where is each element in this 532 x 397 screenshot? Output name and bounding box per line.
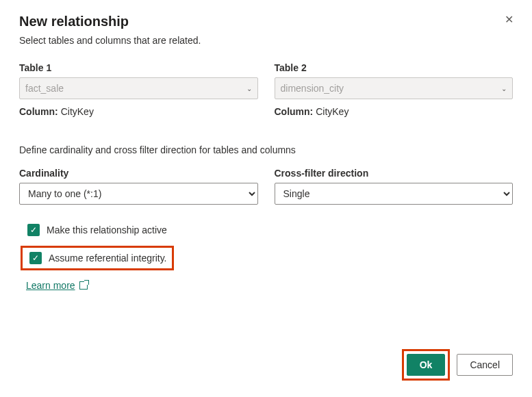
table2-dropdown[interactable]: dimension_city ⌄ [275,77,514,99]
chevron-down-icon: ⌄ [501,85,507,92]
active-checkbox-label: Make this relationship active [47,225,167,235]
table1-dropdown[interactable]: fact_sale ⌄ [19,77,258,99]
tables-row: Table 1 fact_sale ⌄ Column: CityKey Tabl… [19,62,513,117]
active-checkbox-row[interactable]: ✓ Make this relationship active [27,224,513,236]
crossfilter-label: Cross-filter direction [275,168,514,179]
new-relationship-dialog: ✕ New relationship Select tables and col… [0,0,532,397]
referential-integrity-highlight: ✓ Assume referential integrity. [21,246,174,270]
cardinality-row: Cardinality Many to one (*:1) Cross-filt… [19,168,513,205]
table1-column-label: Column: [19,106,58,117]
cardinality-select[interactable]: Many to one (*:1) [19,183,258,205]
cancel-button[interactable]: Cancel [457,354,513,376]
table1-column: Table 1 fact_sale ⌄ Column: CityKey [19,62,258,117]
ok-button[interactable]: Ok [407,354,446,376]
table2-column-value: CityKey [316,106,349,117]
checkbox-checked-icon[interactable]: ✓ [29,252,42,264]
ok-button-highlight: Ok [402,349,451,381]
dialog-footer: Ok Cancel [402,349,513,381]
crossfilter-column: Cross-filter direction Single [275,168,514,205]
crossfilter-select[interactable]: Single [275,183,514,205]
checkbox-checked-icon: ✓ [27,224,40,236]
section-description: Define cardinality and cross filter dire… [19,144,513,155]
learn-more-text: Learn more [26,280,75,291]
table2-column-line: Column: CityKey [275,106,514,117]
learn-more-link[interactable]: Learn more [26,280,88,291]
close-button[interactable]: ✕ [502,12,516,26]
table1-value: fact_sale [25,83,64,94]
table1-column-line: Column: CityKey [19,106,258,117]
cardinality-column: Cardinality Many to one (*:1) [19,168,258,205]
table2-label: Table 2 [275,62,514,73]
table2-column-label: Column: [275,106,314,117]
table1-label: Table 1 [19,62,258,73]
external-link-icon [79,281,88,290]
chevron-down-icon: ⌄ [246,85,252,92]
table2-value: dimension_city [281,83,344,94]
cardinality-label: Cardinality [19,168,258,179]
table2-column: Table 2 dimension_city ⌄ Column: CityKey [275,62,514,117]
dialog-title: New relationship [19,14,513,29]
referential-checkbox-label: Assume referential integrity. [49,253,166,264]
close-icon: ✕ [505,13,514,26]
dialog-subtitle: Select tables and columns that are relat… [19,35,513,46]
table1-column-value: CityKey [61,106,94,117]
